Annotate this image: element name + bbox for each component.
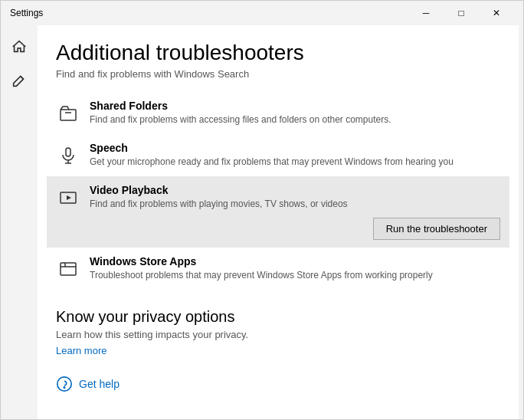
privacy-title: Know your privacy options — [56, 308, 500, 326]
privacy-section: Know your privacy options Learn how this… — [56, 308, 500, 357]
video-playback-icon — [56, 185, 80, 210]
svg-rect-0 — [61, 110, 76, 120]
shared-folders-item: Shared Folders Find and fix problems wit… — [56, 92, 500, 134]
learn-more-link[interactable]: Learn more — [56, 345, 106, 356]
minimize-button[interactable]: ─ — [408, 1, 444, 25]
speech-desc: Get your microphone ready and fix proble… — [90, 156, 500, 169]
svg-rect-7 — [61, 263, 76, 275]
video-playback-title[interactable]: Video Playback — [90, 184, 500, 196]
privacy-desc: Learn how this setting impacts your priv… — [56, 329, 500, 340]
svg-point-11 — [64, 387, 64, 388]
svg-point-10 — [57, 377, 71, 391]
windows-store-title[interactable]: Windows Store Apps — [90, 255, 500, 267]
page-subtitle: Find and fix problems with Windows Searc… — [56, 68, 500, 80]
content-area: Additional troubleshooters Find and fix … — [1, 25, 523, 419]
page-title: Additional troubleshooters — [56, 41, 500, 65]
shared-folders-desc: Find and fix problems with accessing fil… — [90, 113, 500, 126]
get-help-icon — [56, 376, 73, 392]
main-content: Additional troubleshooters Find and fix … — [38, 25, 519, 419]
svg-rect-2 — [66, 148, 70, 156]
shared-folders-icon — [56, 101, 80, 126]
scrollbar-track[interactable] — [519, 25, 523, 419]
video-playback-item: Video Playback Find and fix problems wit… — [47, 176, 509, 248]
windows-store-desc: Troubleshoot problems that may prevent W… — [90, 269, 500, 282]
window-title: Settings — [10, 8, 408, 18]
speech-icon — [56, 143, 80, 168]
speech-item: Speech Get your microphone ready and fix… — [56, 134, 500, 176]
windows-store-icon — [56, 257, 80, 281]
get-help-row: Get help — [56, 376, 500, 392]
maximize-button[interactable]: □ — [444, 1, 479, 25]
video-playback-desc: Find and fix problems with playing movie… — [90, 198, 500, 211]
edit-icon[interactable] — [4, 65, 34, 96]
close-button[interactable]: ✕ — [479, 1, 514, 25]
title-bar-controls: ─ □ ✕ — [408, 1, 514, 25]
video-playback-text: Video Playback Find and fix problems wit… — [90, 184, 500, 241]
shared-folders-title[interactable]: Shared Folders — [90, 100, 500, 112]
home-icon[interactable] — [4, 31, 34, 62]
run-troubleshooter-button[interactable]: Run the troubleshooter — [373, 218, 500, 240]
title-bar: Settings ─ □ ✕ — [1, 1, 523, 25]
settings-window: Settings ─ □ ✕ Additio — [0, 0, 524, 420]
speech-text: Speech Get your microphone ready and fix… — [90, 142, 500, 169]
speech-title[interactable]: Speech — [90, 142, 500, 154]
shared-folders-text: Shared Folders Find and fix problems wit… — [90, 100, 500, 126]
sidebar — [1, 25, 38, 419]
windows-store-text: Windows Store Apps Troubleshoot problems… — [90, 255, 500, 282]
run-btn-row: Run the troubleshooter — [90, 218, 500, 240]
windows-store-item: Windows Store Apps Troubleshoot problems… — [56, 248, 500, 290]
svg-marker-6 — [67, 195, 71, 200]
get-help-link[interactable]: Get help — [79, 378, 120, 390]
